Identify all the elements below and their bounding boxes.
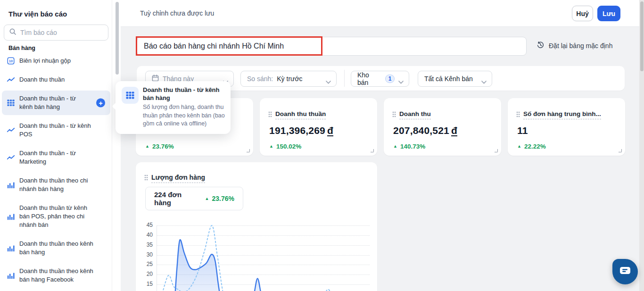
- up-arrow-icon: ▲: [145, 144, 149, 149]
- sidebar-scroll-thumb[interactable]: [116, 2, 119, 75]
- table-report-icon: [122, 87, 139, 104]
- unsaved-changes-status: Tuỳ chỉnh chưa được lưu: [140, 9, 214, 17]
- currency-symbol: đ: [451, 125, 457, 136]
- bar-chart-icon: [7, 271, 15, 280]
- orders-stat-delta: 23.76%: [212, 195, 234, 202]
- sidebar-item-7[interactable]: Doanh thu thuần theo kênh bán hàng: [2, 236, 110, 260]
- drag-handle-icon[interactable]: [144, 175, 148, 181]
- sidebar-item-list: 10Biên lợi nhuận gộpDoanh thu thuầnDoanh…: [2, 53, 110, 288]
- page-scroll-thumb[interactable]: [640, 1, 644, 71]
- kpi-value: 207,840,521: [393, 125, 449, 136]
- kpi-card-title: Doanh thu: [399, 110, 431, 119]
- table-icon: [7, 99, 15, 107]
- sidebar-item-label: Doanh thu thuần - từ Marketing: [19, 149, 99, 166]
- up-arrow-icon: ▲: [517, 144, 521, 149]
- y-axis-tick-label: 30: [140, 251, 153, 258]
- channel-dropdown[interactable]: Tất cả Kênh bán: [418, 71, 492, 87]
- cancel-button[interactable]: Huỷ: [572, 6, 593, 21]
- sidebar-item-label: Doanh thu thuần theo kênh bán hàng Faceb…: [19, 267, 99, 284]
- reset-label: Đặt lại bảng mặc định: [549, 42, 612, 50]
- resize-handle-icon[interactable]: [247, 149, 250, 152]
- kpi-card-1[interactable]: Doanh thu thuần191,396,269đ▲150.02%: [260, 98, 377, 156]
- kpi-card-3[interactable]: Số đơn hàng trung bình...11▲22.22%: [508, 98, 625, 156]
- series-line-previous-period: [314, 289, 341, 291]
- sidebar-item-6[interactable]: Doanh thu thuần từ kênh bán POS, phân th…: [2, 200, 110, 233]
- sidebar-item-label: Doanh thu thuần theo chi nhánh bán hàng: [19, 176, 99, 193]
- warehouse-dropdown[interactable]: Kho bán 1: [351, 71, 409, 87]
- bar-chart-icon: [7, 244, 15, 252]
- resize-handle-icon[interactable]: [371, 149, 374, 152]
- page-scrollbar[interactable]: [639, 0, 644, 291]
- line-chart-icon: [7, 126, 15, 134]
- chat-button[interactable]: [612, 259, 638, 284]
- channel-value: Tất cả Kênh bán: [424, 75, 473, 83]
- svg-text:10: 10: [9, 59, 13, 63]
- sidebar-item-label: Biên lợi nhuận gộp: [19, 57, 71, 65]
- report-title-input[interactable]: [137, 37, 527, 56]
- warehouse-label: Kho bán: [357, 71, 381, 86]
- compare-label: So sánh:: [247, 75, 273, 83]
- sidebar-item-label: Doanh thu thuần: [19, 75, 65, 84]
- search-box[interactable]: [4, 25, 108, 41]
- reset-default-layout-button[interactable]: Đặt lại bảng mặc định: [537, 41, 612, 50]
- search-icon: [9, 28, 17, 37]
- kpi-value: 191,396,269: [269, 125, 325, 136]
- add-report-button[interactable]: +: [96, 99, 105, 108]
- bar-chart-icon: [7, 181, 15, 189]
- sidebar-item-4[interactable]: Doanh thu thuần - từ Marketing: [2, 145, 110, 170]
- sidebar-item-3[interactable]: Doanh thu thuần - từ kênh POS: [2, 118, 110, 142]
- y-axis-tick-label: 35: [140, 241, 153, 248]
- bar-chart-icon: [7, 212, 15, 221]
- report-library-sidebar: Thư viện báo cáo Bán hàng 10Biên lợi nhu…: [0, 0, 112, 291]
- up-arrow-icon: ▲: [269, 144, 273, 149]
- kpi-delta: 150.02%: [276, 143, 301, 150]
- kpi-value: 11: [517, 125, 528, 136]
- sidebar-title: Thư viện báo cáo: [8, 10, 67, 18]
- topbar: Tuỳ chỉnh chưa được lưu Huỷ Lưu: [121, 0, 644, 27]
- kpi-card-title: Doanh thu thuần: [275, 110, 326, 119]
- sidebar-item-5[interactable]: Doanh thu thuần theo chi nhánh bán hàng: [2, 173, 110, 197]
- compare-value: Kỳ trước: [277, 75, 302, 83]
- filter-divider: [344, 70, 345, 87]
- compare-dropdown[interactable]: So sánh: Kỳ trước: [240, 71, 337, 87]
- chevron-down-icon: [326, 78, 331, 85]
- kpi-card-title: Số đơn hàng trung bình...: [523, 110, 601, 119]
- y-axis-tick-label: 40: [140, 232, 153, 238]
- drag-handle-icon[interactable]: [268, 111, 272, 117]
- kpi-delta: 140.73%: [400, 143, 425, 150]
- save-button[interactable]: Lưu: [597, 6, 620, 21]
- currency-symbol: đ: [327, 125, 333, 136]
- sidebar-item-0[interactable]: 10Biên lợi nhuận gộp: [2, 53, 110, 69]
- resize-handle-icon[interactable]: [495, 149, 498, 152]
- search-input[interactable]: [20, 29, 103, 36]
- up-arrow-icon: ▲: [205, 197, 209, 201]
- line-chart-icon: [7, 75, 15, 84]
- sidebar-item-2[interactable]: Doanh thu thuần - từ kênh bán hàng+: [2, 91, 110, 115]
- tooltip-title: Doanh thu thuần - từ kênh bán hàng: [143, 86, 226, 102]
- chart-title: Lượng đơn hàng: [151, 174, 205, 183]
- kpi-card-2[interactable]: Doanh thu207,840,521đ▲140.73%: [384, 98, 501, 156]
- resize-handle-icon[interactable]: [619, 149, 622, 152]
- drag-handle-icon[interactable]: [392, 111, 396, 117]
- chevron-down-icon: [398, 78, 404, 85]
- warehouse-count-badge: 1: [385, 75, 395, 83]
- sidebar-scrollbar[interactable]: [113, 0, 121, 291]
- sidebar-item-label: Doanh thu thuần từ kênh bán POS, phân th…: [19, 204, 99, 229]
- y-axis-tick-label: 45: [140, 222, 153, 228]
- sidebar-section-label: Bán hàng: [8, 45, 35, 51]
- kpi-delta: 23.76%: [152, 143, 174, 150]
- drag-handle-icon[interactable]: [516, 111, 520, 117]
- reset-history-icon: [537, 41, 545, 50]
- chat-message-icon: [619, 266, 631, 277]
- chevron-down-icon: [481, 78, 487, 85]
- report-builder-app: Tuỳ chỉnh chưa được lưu Huỷ Lưu Đặt lại …: [0, 0, 644, 291]
- sidebar-item-label: Doanh thu thuần theo kênh bán hàng: [19, 240, 99, 257]
- y-axis-tick-label: 20: [140, 271, 153, 277]
- y-axis-tick-label: 25: [140, 261, 153, 267]
- metric-10-icon: 10: [7, 57, 15, 65]
- orders-stat-box: 224 đơn hàng ▲23.76%: [145, 187, 243, 210]
- tooltip-description: Số lượng đơn hàng, doanh thu thuần phân …: [143, 103, 229, 128]
- sidebar-item-1[interactable]: Doanh thu thuần: [2, 72, 110, 88]
- chart-canvas: [157, 222, 370, 291]
- sidebar-item-8[interactable]: Doanh thu thuần theo kênh bán hàng Faceb…: [2, 263, 110, 288]
